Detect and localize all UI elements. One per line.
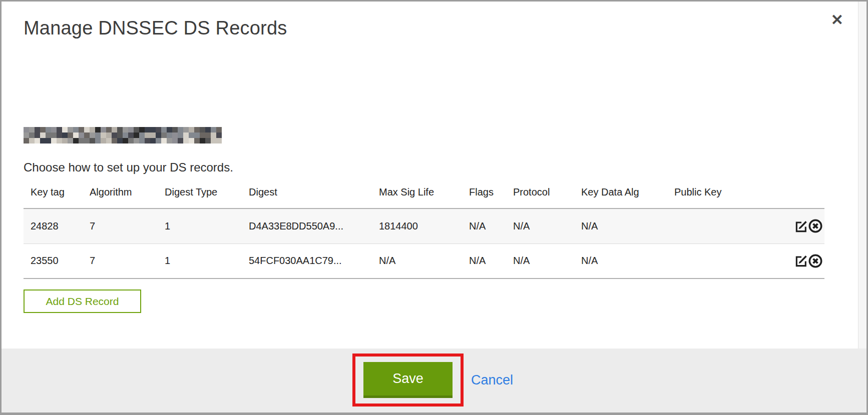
table-cell: N/A: [574, 244, 667, 278]
page-background-strip: [858, 2, 866, 348]
table-cell: 23550: [24, 244, 83, 278]
column-header: Protocol: [506, 182, 574, 208]
table-cell: N/A: [506, 208, 574, 244]
save-button[interactable]: Save: [363, 362, 453, 398]
table-cell: N/A: [462, 244, 506, 278]
column-header: Flags: [462, 182, 506, 208]
edit-record-button[interactable]: [794, 220, 808, 233]
delete-icon[interactable]: [808, 218, 823, 234]
table-cell: 1814400: [372, 208, 462, 244]
row-actions: [787, 208, 824, 244]
instruction-text: Choose how to set up your DS records.: [24, 160, 233, 174]
table-cell: 7: [83, 244, 158, 278]
edit-icon[interactable]: [794, 220, 808, 233]
column-header-actions: [787, 182, 824, 208]
page-title: Manage DNSSEC DS Records: [24, 18, 287, 39]
column-header: Key tag: [24, 182, 83, 208]
column-header: Digest: [242, 182, 372, 208]
annotation-highlight-box: Save: [352, 354, 464, 406]
column-header: Key Data Alg: [574, 182, 667, 208]
table-cell: [667, 244, 787, 278]
delete-icon[interactable]: [808, 254, 823, 268]
column-header: Algorithm: [83, 182, 158, 208]
domain-name-redacted: [24, 127, 222, 144]
dnssec-modal: Manage DNSSEC DS Records ✕ Choose how to…: [0, 0, 868, 415]
column-header: Public Key: [667, 182, 787, 208]
table-cell: 24828: [24, 208, 83, 244]
table-cell: D4A33E8DD550A9...: [242, 208, 372, 244]
table-cell: 7: [83, 208, 158, 244]
column-header: Digest Type: [158, 182, 242, 208]
table-cell: N/A: [574, 208, 667, 244]
table-row: 2482871D4A33E8DD550A9...1814400N/AN/AN/A: [24, 208, 824, 244]
edit-icon[interactable]: [794, 254, 808, 268]
table-cell: [667, 208, 787, 244]
table-cell: N/A: [372, 244, 462, 278]
table-row: 235507154FCF030AA1C79...N/AN/AN/AN/A: [24, 244, 824, 278]
row-actions: [787, 244, 824, 278]
table-header-row: Key tagAlgorithmDigest TypeDigestMax Sig…: [24, 182, 824, 208]
edit-record-button[interactable]: [794, 254, 808, 268]
table-cell: 1: [158, 208, 242, 244]
delete-record-button[interactable]: [808, 218, 823, 234]
table-cell: N/A: [462, 208, 506, 244]
delete-record-button[interactable]: [808, 254, 823, 268]
table-cell: 54FCF030AA1C79...: [242, 244, 372, 278]
column-header: Max Sig Life: [372, 182, 462, 208]
cancel-link[interactable]: Cancel: [471, 372, 513, 388]
ds-records-table: Key tagAlgorithmDigest TypeDigestMax Sig…: [24, 182, 824, 279]
close-icon[interactable]: ✕: [831, 12, 843, 28]
add-ds-record-button[interactable]: Add DS Record: [24, 290, 141, 313]
table-cell: N/A: [506, 244, 574, 278]
table-cell: 1: [158, 244, 242, 278]
